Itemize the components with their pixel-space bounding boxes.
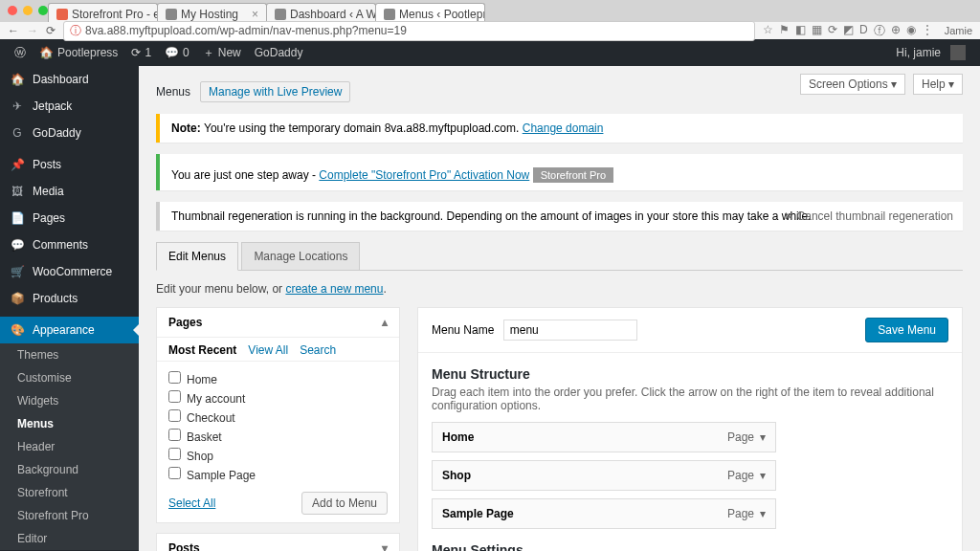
- browser-tab[interactable]: Storefront Pro - easily custo×: [48, 3, 158, 22]
- ext-icon[interactable]: ▦: [812, 23, 822, 39]
- sidebar-item-pages[interactable]: 📄Pages: [0, 205, 139, 231]
- ext-icon[interactable]: ⚑: [779, 23, 790, 39]
- manage-live-preview-button[interactable]: Manage with Live Preview: [200, 81, 350, 102]
- menu-item[interactable]: HomePage▾: [432, 422, 776, 452]
- chevron-down-icon[interactable]: ▾: [760, 469, 766, 482]
- sidebar-item-godaddy[interactable]: GGoDaddy: [0, 120, 139, 146]
- pages-tab-most-recent[interactable]: Most Recent: [168, 343, 236, 357]
- submenu-customise[interactable]: Customise: [0, 366, 139, 389]
- tab-title: Menus ‹ Pootlepress — Word: [399, 8, 485, 21]
- home-icon: 🏠: [39, 46, 54, 59]
- menu-item[interactable]: Sample PagePage▾: [432, 498, 776, 529]
- ext-icon[interactable]: ◩: [843, 23, 854, 39]
- url-input[interactable]: ⓘ 8va.a88.myftpupload.com/wp-admin/nav-m…: [63, 21, 755, 41]
- tab-title: Dashboard ‹ A WordPress Sit: [290, 8, 376, 21]
- select-all-link[interactable]: Select All: [168, 496, 215, 510]
- favicon: [275, 9, 286, 20]
- menu-label: Products: [33, 292, 78, 305]
- reload-icon[interactable]: ⟳: [46, 24, 56, 37]
- browser-tab[interactable]: My Hosting×: [157, 3, 267, 22]
- submenu-background[interactable]: Background: [0, 458, 139, 481]
- comments[interactable]: 💬0: [158, 39, 196, 66]
- forward-icon[interactable]: →: [27, 24, 38, 37]
- menu-name-input[interactable]: [503, 320, 637, 341]
- menu-item-type: Page: [727, 430, 754, 444]
- chevron-down-icon[interactable]: ▾: [760, 507, 766, 520]
- site-name[interactable]: 🏠Pootlepress: [33, 39, 124, 66]
- menu-icon: 🖼: [10, 185, 25, 198]
- comment-icon: 💬: [165, 46, 179, 59]
- url-toolbar: ← → ⟳ ⓘ 8va.a88.myftpupload.com/wp-admin…: [0, 22, 980, 39]
- close-window[interactable]: [8, 6, 17, 15]
- tab-edit-menus[interactable]: Edit Menus: [156, 242, 238, 271]
- save-menu-button-top[interactable]: Save Menu: [865, 318, 948, 342]
- page-checkbox-item[interactable]: Sample Page: [168, 465, 388, 484]
- admin-sidebar: 🏠Dashboard✈JetpackGGoDaddy📌Posts🖼Media📄P…: [0, 66, 139, 551]
- create-menu-link[interactable]: create a new menu: [285, 282, 383, 296]
- ext-icon[interactable]: ◧: [795, 23, 806, 39]
- ext-icon[interactable]: D: [859, 23, 868, 39]
- maximize-window[interactable]: [38, 6, 48, 15]
- pages-tab-view-all[interactable]: View All: [248, 343, 288, 357]
- menu-icon[interactable]: ⋮: [922, 23, 933, 39]
- metabox-toggle[interactable]: Posts▾: [157, 534, 399, 551]
- pages-tab-search[interactable]: Search: [300, 343, 336, 357]
- page-checkbox-item[interactable]: Home: [168, 369, 388, 388]
- sidebar-item-jetpack[interactable]: ✈Jetpack: [0, 93, 139, 120]
- submenu-themes[interactable]: Themes: [0, 343, 139, 366]
- edit-instruction: Edit your menu below, or create a new me…: [156, 282, 963, 296]
- ext-icon[interactable]: ⊕: [891, 23, 901, 39]
- updates[interactable]: ⟳1: [124, 39, 158, 66]
- close-tab-icon[interactable]: ×: [252, 8, 258, 21]
- page-checkbox-item[interactable]: Shop: [168, 446, 388, 465]
- pages-box: Pages▴ Most RecentView AllSearch HomeMy …: [156, 307, 400, 523]
- submenu-storefront[interactable]: Storefront: [0, 481, 139, 504]
- cancel-regen-link[interactable]: ✕ Cancel thumbnail regeneration: [784, 209, 953, 223]
- submenu-editor[interactable]: Editor: [0, 527, 139, 550]
- wordpress-icon: ⓦ: [14, 45, 26, 61]
- submenu-menus[interactable]: Menus: [0, 412, 139, 435]
- favicon: [56, 9, 68, 20]
- sidebar-item-woocommerce[interactable]: 🛒WooCommerce: [0, 258, 139, 285]
- screen-options-button[interactable]: Screen Options ▾: [800, 74, 905, 95]
- back-icon[interactable]: ←: [8, 24, 19, 37]
- ext-icon[interactable]: ⓕ: [874, 23, 885, 39]
- url-text: 8va.a88.myftpupload.com/wp-admin/nav-men…: [85, 24, 407, 37]
- add-to-menu-button[interactable]: Add to Menu: [301, 492, 388, 515]
- page-checkbox-item[interactable]: Basket: [168, 427, 388, 446]
- my-account[interactable]: Hi, jamie: [889, 39, 972, 66]
- sidebar-item-products[interactable]: 📦Products: [0, 285, 139, 312]
- page-checkbox-item[interactable]: Checkout: [168, 408, 388, 427]
- sidebar-item-dashboard[interactable]: 🏠Dashboard: [0, 66, 139, 93]
- browser-tabs: Storefront Pro - easily custo×My Hosting…: [0, 0, 980, 22]
- submenu-widgets[interactable]: Widgets: [0, 389, 139, 412]
- sidebar-item-posts[interactable]: 📌Posts: [0, 151, 139, 178]
- browser-tab[interactable]: Dashboard ‹ A WordPress Sit×: [266, 3, 376, 22]
- page-checkbox-item[interactable]: My account: [168, 388, 388, 408]
- tab-manage-locations[interactable]: Manage Locations: [241, 242, 360, 271]
- help-button[interactable]: Help ▾: [913, 74, 963, 95]
- sidebar-item-comments[interactable]: 💬Comments: [0, 231, 139, 258]
- minimize-window[interactable]: [23, 6, 33, 15]
- menu-structure-heading: Menu Structure: [432, 366, 948, 382]
- new-content[interactable]: ＋New: [196, 39, 248, 66]
- sidebar-item-media[interactable]: 🖼Media: [0, 178, 139, 205]
- sidebar-item-appearance[interactable]: 🎨Appearance: [0, 317, 139, 343]
- wp-logo[interactable]: ⓦ: [8, 39, 33, 66]
- chevron-down-icon[interactable]: ▾: [760, 430, 766, 444]
- menu-icon: G: [10, 126, 25, 140]
- profile-name[interactable]: Jamie: [945, 25, 972, 36]
- menu-item-title: Home: [442, 430, 474, 444]
- pages-tabs: Most RecentView AllSearch: [157, 338, 399, 362]
- ext-icon[interactable]: ⟳: [828, 23, 837, 39]
- browser-tab[interactable]: Menus ‹ Pootlepress — Word×: [375, 3, 485, 22]
- submenu-header[interactable]: Header: [0, 435, 139, 458]
- change-domain-link[interactable]: Change domain: [523, 121, 604, 135]
- submenu-storefront-pro[interactable]: Storefront Pro: [0, 504, 139, 527]
- complete-activation-link[interactable]: Complete "Storefront Pro" Activation Now: [319, 168, 529, 182]
- ext-icon[interactable]: ◉: [906, 23, 916, 39]
- star-icon[interactable]: ☆: [763, 23, 773, 39]
- pages-box-toggle[interactable]: Pages▴: [157, 308, 399, 338]
- menu-item[interactable]: ShopPage▾: [432, 460, 776, 491]
- godaddy-menu[interactable]: GoDaddy: [248, 39, 310, 66]
